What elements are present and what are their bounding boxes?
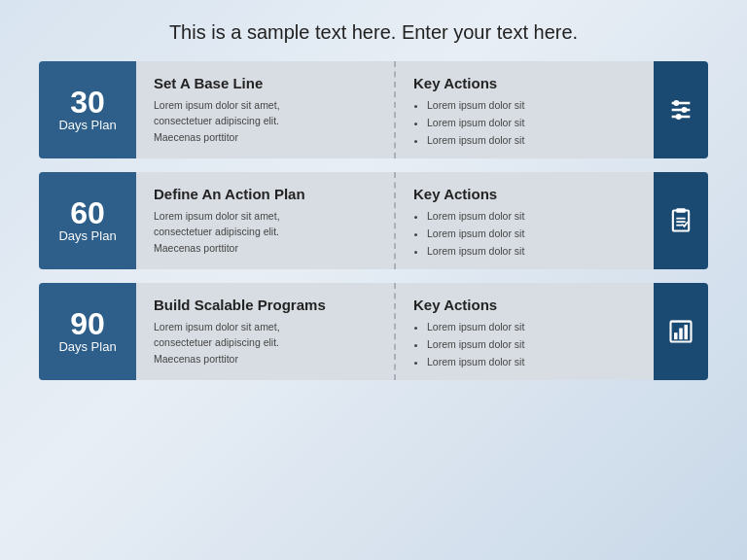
plan-label-text-90: Days Plan: [58, 339, 116, 356]
right-title-60: Key Actions: [413, 186, 636, 202]
left-body-60: Lorem ipsum dolor sit amet,consectetuer …: [154, 208, 376, 256]
content-left-60: Define An Action Plan Lorem ipsum dolor …: [136, 172, 396, 269]
list-item: Lorem ipsum dolor sit: [427, 226, 636, 243]
left-title-90: Build Scalable Programs: [154, 297, 376, 313]
plan-number-90: 90: [70, 308, 105, 339]
plan-label-60: 60 Days Plan: [39, 172, 136, 269]
rows-container: 30 Days Plan Set A Base Line Lorem ipsum…: [0, 61, 747, 380]
plan-row-60: 60 Days Plan Define An Action Plan Lorem…: [39, 172, 708, 269]
plan-label-text-30: Days Plan: [58, 118, 116, 134]
content-right-60: Key Actions Lorem ipsum dolor sitLorem i…: [396, 172, 654, 269]
plan-row-30: 30 Days Plan Set A Base Line Lorem ipsum…: [39, 61, 708, 158]
list-item: Lorem ipsum dolor sit: [427, 319, 636, 336]
content-right-90: Key Actions Lorem ipsum dolor sitLorem i…: [396, 283, 654, 380]
plan-icon-90: [654, 283, 708, 380]
svg-point-3: [674, 101, 679, 106]
plan-content-90: Build Scalable Programs Lorem ipsum dolo…: [136, 283, 654, 380]
plan-number-60: 60: [70, 197, 105, 228]
svg-rect-12: [674, 332, 678, 339]
content-left-30: Set A Base Line Lorem ipsum dolor sit am…: [136, 61, 396, 158]
svg-rect-6: [673, 211, 689, 231]
list-item: Lorem ipsum dolor sit: [427, 354, 636, 371]
plan-row-90: 90 Days Plan Build Scalable Programs Lor…: [39, 283, 708, 380]
key-actions-list-60: Lorem ipsum dolor sitLorem ipsum dolor s…: [413, 208, 636, 261]
svg-rect-13: [679, 329, 683, 340]
content-left-90: Build Scalable Programs Lorem ipsum dolo…: [136, 283, 396, 380]
left-body-30: Lorem ipsum dolor sit amet,consectetuer …: [154, 97, 376, 145]
list-item: Lorem ipsum dolor sit: [427, 336, 636, 354]
plan-label-30: 30 Days Plan: [39, 61, 136, 158]
left-title-60: Define An Action Plan: [154, 186, 376, 202]
plan-number-30: 30: [70, 87, 105, 118]
plan-content-30: Set A Base Line Lorem ipsum dolor sit am…: [136, 61, 654, 158]
key-actions-list-30: Lorem ipsum dolor sitLorem ipsum dolor s…: [413, 97, 636, 150]
plan-icon-30: [654, 61, 708, 158]
right-title-90: Key Actions: [413, 297, 636, 313]
key-actions-list-90: Lorem ipsum dolor sitLorem ipsum dolor s…: [413, 319, 636, 371]
plan-content-60: Define An Action Plan Lorem ipsum dolor …: [136, 172, 654, 269]
plan-label-text-60: Days Plan: [58, 228, 116, 245]
right-title-30: Key Actions: [413, 75, 636, 91]
plan-label-90: 90 Days Plan: [39, 283, 136, 380]
svg-point-5: [676, 115, 681, 120]
list-item: Lorem ipsum dolor sit: [427, 132, 636, 150]
left-title-30: Set A Base Line: [154, 75, 376, 91]
content-right-30: Key Actions Lorem ipsum dolor sitLorem i…: [396, 61, 654, 158]
page-title: This is a sample text here. Enter your t…: [0, 0, 747, 61]
list-item: Lorem ipsum dolor sit: [427, 115, 636, 132]
list-item: Lorem ipsum dolor sit: [427, 243, 636, 261]
svg-rect-14: [685, 325, 689, 339]
plan-icon-60: [654, 172, 708, 269]
list-item: Lorem ipsum dolor sit: [427, 208, 636, 226]
svg-point-4: [682, 108, 687, 113]
left-body-90: Lorem ipsum dolor sit amet,consectetuer …: [154, 319, 376, 367]
list-item: Lorem ipsum dolor sit: [427, 97, 636, 115]
svg-rect-7: [676, 208, 685, 213]
